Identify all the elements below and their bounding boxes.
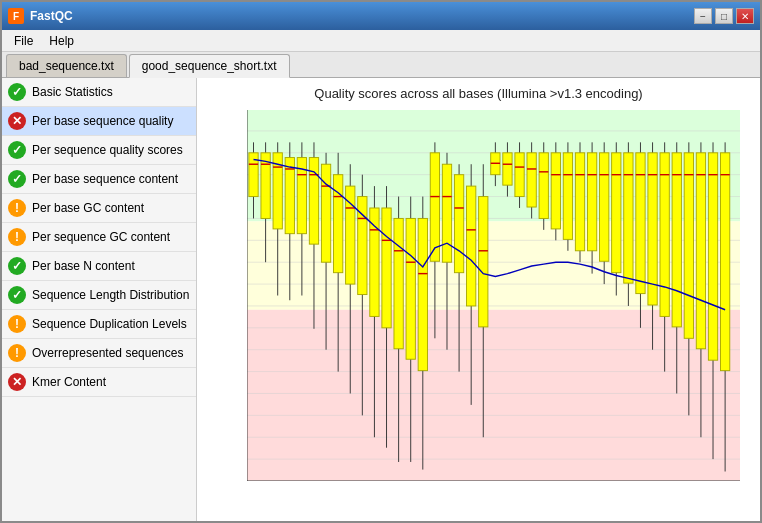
svg-rect-83 [430,153,439,261]
svg-rect-2 [247,310,740,481]
chart-title: Quality scores across all bases (Illumin… [197,78,760,105]
sidebar-label-per-base-sequence-quality: Per base sequence quality [32,114,173,128]
svg-rect-143 [672,153,681,327]
sidebar-item-per-sequence-gc[interactable]: ! Per sequence GC content [2,223,196,252]
status-icon-warn: ! [8,199,26,217]
svg-rect-92 [467,186,476,306]
svg-rect-110 [539,153,548,219]
svg-rect-113 [551,153,560,229]
content-area: ✓ Basic Statistics ✕ Per base sequence q… [2,78,760,521]
svg-rect-101 [503,153,512,185]
tab-good-sequence[interactable]: good_sequence_short.txt [129,54,290,78]
status-icon-ok-2: ✓ [8,141,26,159]
svg-rect-128 [612,153,621,273]
sidebar-label-per-sequence-quality: Per sequence quality scores [32,143,183,157]
sidebar-item-seq-length[interactable]: ✓ Sequence Length Distribution [2,281,196,310]
sidebar-item-per-base-gc[interactable]: ! Per base GC content [2,194,196,223]
status-icon-ok-3: ✓ [8,170,26,188]
status-icon-ok-4: ✓ [8,257,26,275]
boxplot-26 [551,142,560,240]
svg-rect-146 [684,153,693,338]
sidebar-label-seq-length: Sequence Length Distribution [32,288,189,302]
svg-rect-107 [527,153,536,207]
svg-rect-125 [600,153,609,261]
svg-rect-80 [418,218,427,370]
boxplot-32 [624,142,633,306]
minimize-button[interactable]: − [694,8,712,24]
svg-rect-119 [575,153,584,251]
sidebar-item-kmer[interactable]: ✕ Kmer Content [2,368,196,397]
svg-rect-134 [636,153,645,294]
sidebar: ✓ Basic Statistics ✕ Per base sequence q… [2,78,197,521]
maximize-button[interactable]: □ [715,8,733,24]
sidebar-item-overrepresented[interactable]: ! Overrepresented sequences [2,339,196,368]
sidebar-item-per-base-sequence-content[interactable]: ✓ Per base sequence content [2,165,196,194]
menu-file[interactable]: File [6,32,41,50]
tab-bar: bad_sequence.txt good_sequence_short.txt [2,52,760,78]
app-icon: F [8,8,24,24]
svg-rect-56 [321,164,330,262]
svg-rect-89 [454,175,463,273]
svg-rect-74 [394,218,403,348]
svg-rect-68 [370,208,379,316]
menu-help[interactable]: Help [41,32,82,50]
status-icon-fail: ✕ [8,112,26,130]
svg-rect-116 [563,153,572,240]
chart-container: 2 4 6 8 10 12 14 16 18 20 22 24 26 28 30… [197,105,760,521]
svg-rect-95 [479,197,488,327]
svg-rect-122 [587,153,596,251]
app-title: FastQC [30,9,73,23]
sidebar-label-overrepresented: Overrepresented sequences [32,346,183,360]
main-chart-area: Quality scores across all bases (Illumin… [197,78,760,521]
boxplot-27 [563,142,572,250]
quality-chart: 2 4 6 8 10 12 14 16 18 20 22 24 26 28 30… [247,110,740,481]
tab-bad-sequence[interactable]: bad_sequence.txt [6,54,127,77]
svg-rect-104 [515,153,524,197]
svg-rect-149 [696,153,705,349]
sidebar-label-per-base-n: Per base N content [32,259,135,273]
sidebar-label-per-sequence-gc: Per sequence GC content [32,230,170,244]
status-icon-fail-2: ✕ [8,373,26,391]
boxplot-31 [612,142,621,295]
sidebar-item-per-base-n[interactable]: ✓ Per base N content [2,252,196,281]
main-window: F FastQC − □ ✕ File Help bad_sequence.tx… [0,0,762,523]
status-icon-warn-2: ! [8,228,26,246]
status-icon-warn-4: ! [8,344,26,362]
sidebar-item-per-base-sequence-quality[interactable]: ✕ Per base sequence quality [2,107,196,136]
sidebar-label-duplication: Sequence Duplication Levels [32,317,187,331]
svg-rect-140 [660,153,669,317]
svg-rect-86 [442,164,451,262]
sidebar-label-basic-statistics: Basic Statistics [32,85,113,99]
svg-rect-59 [334,175,343,273]
menu-bar: File Help [2,30,760,52]
status-icon-ok-5: ✓ [8,286,26,304]
boxplot-24 [527,142,536,218]
sidebar-label-per-base-sequence-content: Per base sequence content [32,172,178,186]
window-controls: − □ ✕ [694,8,754,24]
svg-rect-131 [624,153,633,283]
svg-rect-77 [406,218,415,359]
sidebar-label-per-base-gc: Per base GC content [32,201,144,215]
sidebar-item-duplication[interactable]: ! Sequence Duplication Levels [2,310,196,339]
status-icon-warn-3: ! [8,315,26,333]
status-icon-ok: ✓ [8,83,26,101]
sidebar-item-per-sequence-quality[interactable]: ✓ Per sequence quality scores [2,136,196,165]
sidebar-item-basic-statistics[interactable]: ✓ Basic Statistics [2,78,196,107]
boxplot-28 [575,142,584,262]
svg-rect-155 [720,153,729,371]
svg-rect-71 [382,208,391,328]
svg-rect-152 [708,153,717,360]
svg-rect-137 [648,153,657,305]
title-bar: F FastQC − □ ✕ [2,2,760,30]
sidebar-label-kmer: Kmer Content [32,375,106,389]
boxplot-25 [539,142,548,230]
close-button[interactable]: ✕ [736,8,754,24]
title-bar-left: F FastQC [8,8,73,24]
